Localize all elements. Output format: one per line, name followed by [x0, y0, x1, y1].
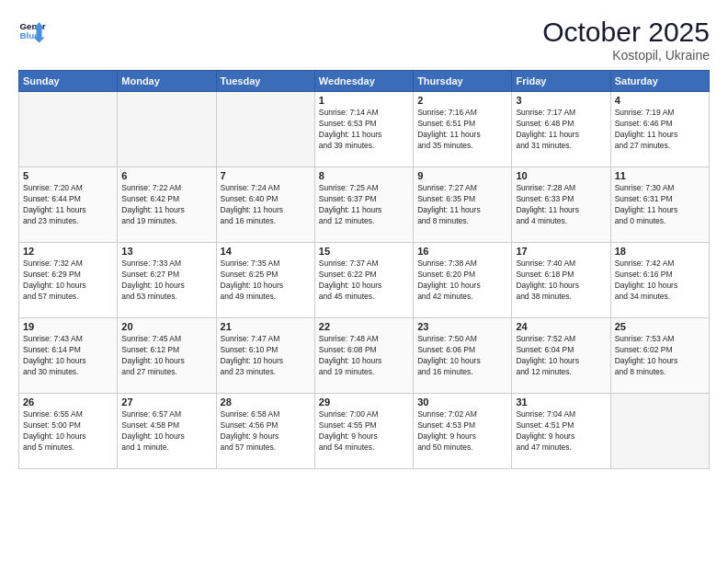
table-row: 7Sunrise: 7:24 AM Sunset: 6:40 PM Daylig… [216, 167, 314, 243]
table-row: 10Sunrise: 7:28 AM Sunset: 6:33 PM Dayli… [512, 167, 610, 243]
day-info: Sunrise: 7:22 AM Sunset: 6:42 PM Dayligh… [121, 183, 211, 227]
header: General Blue October 2025 Kostopil, Ukra… [18, 17, 710, 63]
day-info: Sunrise: 7:17 AM Sunset: 6:48 PM Dayligh… [516, 108, 606, 152]
day-info: Sunrise: 7:20 AM Sunset: 6:44 PM Dayligh… [23, 183, 113, 227]
day-info: Sunrise: 7:33 AM Sunset: 6:27 PM Dayligh… [121, 259, 211, 303]
table-row: 16Sunrise: 7:38 AM Sunset: 6:20 PM Dayli… [414, 243, 512, 318]
day-number: 31 [516, 396, 606, 408]
table-row: 17Sunrise: 7:40 AM Sunset: 6:18 PM Dayli… [512, 243, 610, 318]
table-row: 25Sunrise: 7:53 AM Sunset: 6:02 PM Dayli… [610, 318, 709, 394]
col-wednesday: Wednesday [314, 71, 413, 92]
day-info: Sunrise: 7:30 AM Sunset: 6:31 PM Dayligh… [615, 183, 705, 227]
col-friday: Friday [512, 71, 610, 92]
calendar-week-row: 12Sunrise: 7:32 AM Sunset: 6:29 PM Dayli… [19, 243, 710, 318]
table-row: 6Sunrise: 7:22 AM Sunset: 6:42 PM Daylig… [118, 167, 216, 243]
day-info: Sunrise: 7:16 AM Sunset: 6:51 PM Dayligh… [417, 108, 507, 152]
day-info: Sunrise: 7:04 AM Sunset: 4:51 PM Dayligh… [516, 409, 606, 454]
table-row: 18Sunrise: 7:42 AM Sunset: 6:16 PM Dayli… [610, 243, 709, 318]
day-info: Sunrise: 7:25 AM Sunset: 6:37 PM Dayligh… [319, 183, 409, 227]
table-row: 21Sunrise: 7:47 AM Sunset: 6:10 PM Dayli… [216, 318, 314, 394]
table-row: 20Sunrise: 7:45 AM Sunset: 6:12 PM Dayli… [118, 318, 216, 394]
day-info: Sunrise: 7:42 AM Sunset: 6:16 PM Dayligh… [615, 259, 705, 303]
calendar-week-row: 1Sunrise: 7:14 AM Sunset: 6:53 PM Daylig… [19, 92, 710, 167]
day-info: Sunrise: 7:19 AM Sunset: 6:46 PM Dayligh… [615, 108, 705, 152]
day-number: 17 [516, 246, 606, 257]
day-info: Sunrise: 7:47 AM Sunset: 6:10 PM Dayligh… [221, 334, 311, 378]
table-row [19, 92, 118, 167]
day-number: 24 [516, 321, 606, 332]
table-row: 15Sunrise: 7:37 AM Sunset: 6:22 PM Dayli… [314, 243, 413, 318]
table-row: 29Sunrise: 7:00 AM Sunset: 4:55 PM Dayli… [314, 394, 413, 469]
day-info: Sunrise: 6:55 AM Sunset: 5:00 PM Dayligh… [23, 409, 113, 454]
table-row: 12Sunrise: 7:32 AM Sunset: 6:29 PM Dayli… [19, 243, 118, 318]
day-info: Sunrise: 7:40 AM Sunset: 6:18 PM Dayligh… [516, 259, 606, 303]
day-info: Sunrise: 7:02 AM Sunset: 4:53 PM Dayligh… [417, 409, 507, 454]
day-info: Sunrise: 6:57 AM Sunset: 4:58 PM Dayligh… [121, 409, 211, 454]
table-row: 24Sunrise: 7:52 AM Sunset: 6:04 PM Dayli… [512, 318, 610, 394]
col-sunday: Sunday [19, 71, 118, 92]
table-row: 9Sunrise: 7:27 AM Sunset: 6:35 PM Daylig… [414, 167, 512, 243]
day-number: 29 [319, 396, 409, 408]
col-thursday: Thursday [414, 71, 512, 92]
day-number: 16 [417, 246, 507, 257]
day-number: 4 [615, 95, 705, 106]
table-row: 3Sunrise: 7:17 AM Sunset: 6:48 PM Daylig… [512, 92, 610, 167]
table-row: 28Sunrise: 6:58 AM Sunset: 4:56 PM Dayli… [216, 394, 314, 469]
day-info: Sunrise: 7:38 AM Sunset: 6:20 PM Dayligh… [417, 259, 507, 303]
day-info: Sunrise: 7:53 AM Sunset: 6:02 PM Dayligh… [615, 334, 705, 378]
day-info: Sunrise: 7:37 AM Sunset: 6:22 PM Dayligh… [319, 259, 409, 303]
table-row: 11Sunrise: 7:30 AM Sunset: 6:31 PM Dayli… [610, 167, 709, 243]
day-number: 12 [23, 246, 113, 257]
day-number: 30 [417, 396, 507, 408]
day-number: 1 [319, 95, 409, 106]
day-number: 28 [221, 396, 311, 408]
day-number: 9 [417, 170, 507, 181]
calendar-week-row: 5Sunrise: 7:20 AM Sunset: 6:44 PM Daylig… [19, 167, 710, 243]
location: Kostopil, Ukraine [542, 48, 710, 63]
day-info: Sunrise: 7:43 AM Sunset: 6:14 PM Dayligh… [23, 334, 113, 378]
day-info: Sunrise: 7:48 AM Sunset: 6:08 PM Dayligh… [319, 334, 409, 378]
table-row: 19Sunrise: 7:43 AM Sunset: 6:14 PM Dayli… [19, 318, 118, 394]
day-info: Sunrise: 7:45 AM Sunset: 6:12 PM Dayligh… [121, 334, 211, 378]
table-row [610, 394, 709, 469]
day-number: 13 [121, 246, 211, 257]
day-number: 8 [319, 170, 409, 181]
col-monday: Monday [118, 71, 216, 92]
table-row [118, 92, 216, 167]
day-number: 21 [221, 321, 311, 332]
title-block: October 2025 Kostopil, Ukraine [542, 17, 710, 63]
calendar-week-row: 19Sunrise: 7:43 AM Sunset: 6:14 PM Dayli… [19, 318, 710, 394]
table-row: 22Sunrise: 7:48 AM Sunset: 6:08 PM Dayli… [314, 318, 413, 394]
day-number: 15 [319, 246, 409, 257]
day-number: 18 [615, 246, 705, 257]
day-info: Sunrise: 7:14 AM Sunset: 6:53 PM Dayligh… [319, 108, 409, 152]
table-row: 14Sunrise: 7:35 AM Sunset: 6:25 PM Dayli… [216, 243, 314, 318]
day-number: 6 [121, 170, 211, 181]
day-number: 7 [221, 170, 311, 181]
day-info: Sunrise: 6:58 AM Sunset: 4:56 PM Dayligh… [221, 409, 311, 454]
table-row: 31Sunrise: 7:04 AM Sunset: 4:51 PM Dayli… [512, 394, 610, 469]
table-row: 8Sunrise: 7:25 AM Sunset: 6:37 PM Daylig… [314, 167, 413, 243]
day-number: 27 [121, 396, 211, 408]
day-number: 10 [516, 170, 606, 181]
day-number: 22 [319, 321, 409, 332]
day-number: 11 [615, 170, 705, 181]
table-row: 2Sunrise: 7:16 AM Sunset: 6:51 PM Daylig… [414, 92, 512, 167]
day-info: Sunrise: 7:32 AM Sunset: 6:29 PM Dayligh… [23, 259, 113, 303]
table-row: 13Sunrise: 7:33 AM Sunset: 6:27 PM Dayli… [118, 243, 216, 318]
day-info: Sunrise: 7:24 AM Sunset: 6:40 PM Dayligh… [221, 183, 311, 227]
day-info: Sunrise: 7:00 AM Sunset: 4:55 PM Dayligh… [319, 409, 409, 454]
logo: General Blue [18, 17, 48, 44]
table-row: 26Sunrise: 6:55 AM Sunset: 5:00 PM Dayli… [19, 394, 118, 469]
logo-icon: General Blue [18, 17, 46, 44]
table-row: 1Sunrise: 7:14 AM Sunset: 6:53 PM Daylig… [314, 92, 413, 167]
day-number: 23 [417, 321, 507, 332]
page: General Blue October 2025 Kostopil, Ukra… [0, 0, 728, 563]
day-number: 3 [516, 95, 606, 106]
table-row: 23Sunrise: 7:50 AM Sunset: 6:06 PM Dayli… [414, 318, 512, 394]
calendar-header-row: Sunday Monday Tuesday Wednesday Thursday… [19, 71, 710, 92]
day-info: Sunrise: 7:50 AM Sunset: 6:06 PM Dayligh… [417, 334, 507, 378]
table-row: 27Sunrise: 6:57 AM Sunset: 4:58 PM Dayli… [118, 394, 216, 469]
day-number: 2 [417, 95, 507, 106]
day-info: Sunrise: 7:28 AM Sunset: 6:33 PM Dayligh… [516, 183, 606, 227]
